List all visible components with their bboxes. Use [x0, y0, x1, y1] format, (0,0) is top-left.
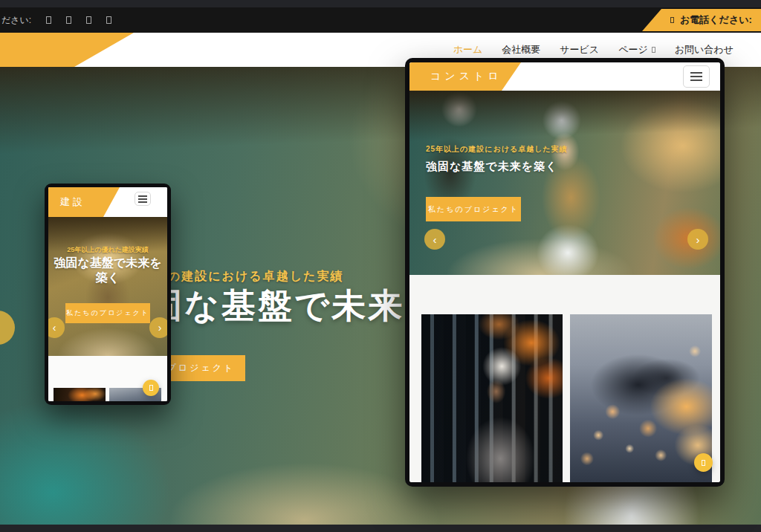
grinder-sparks-photo[interactable]: [570, 314, 712, 482]
tablet-logo[interactable]: コンストロ: [409, 62, 521, 91]
phone-scroll-top-button[interactable]: [143, 380, 159, 396]
hamburger-icon: [138, 195, 147, 203]
topbar-follow-text: ださい:: [1, 14, 31, 27]
hamburger-icon: [690, 72, 702, 81]
phone-content-section: [48, 356, 167, 401]
phone-header: 建設: [48, 187, 167, 217]
phone-icon: [670, 17, 674, 23]
tablet-carousel-next-button[interactable]: ›: [687, 229, 708, 250]
tablet-hero: 25年以上の建設における卓越した実績 強固な基盤で未来を築く 私たちのプロジェク…: [409, 91, 720, 275]
nav-item-services-label: サービス: [560, 43, 599, 56]
desktop-carousel-prev-button[interactable]: ‹: [0, 311, 15, 345]
worker-portrait-photo[interactable]: [421, 314, 563, 482]
desktop-topbar: ださい: お電話ください:: [0, 7, 761, 33]
phone-screen: 建設 25年以上の優れた建設実績 強固な基盤で未来を 築く 私たちのプロジェクト…: [48, 187, 167, 401]
social-icon-1[interactable]: [46, 16, 51, 24]
chevron-down-icon: [652, 47, 655, 53]
phone-gallery-photo-1[interactable]: [54, 388, 106, 401]
arrow-up-icon: [702, 460, 705, 466]
nav-item-about[interactable]: 会社概要: [502, 43, 540, 56]
tablet-content-section: [409, 275, 720, 482]
screenshot-canvas: ださい: お電話ください: コンストロ ホーム 会社概要: [0, 0, 761, 532]
social-icon-3[interactable]: [86, 16, 91, 24]
social-icon-4[interactable]: [106, 16, 111, 24]
phone-logo[interactable]: 建設: [48, 187, 120, 217]
nav-item-contact[interactable]: お問い合わせ: [675, 43, 734, 56]
tablet-carousel-prev-button[interactable]: ‹: [424, 229, 445, 250]
phone-cta-label: お電話ください:: [680, 13, 752, 27]
phone-hero-title-line2: 築く: [96, 271, 120, 284]
tablet-scroll-top-button[interactable]: [694, 453, 713, 472]
phone-hero-title: 強固な基盤で未来を 築く: [48, 256, 167, 285]
phone-hero-title-line1: 強固な基盤で未来を: [54, 256, 161, 269]
tablet-mockup: コンストロ 25年以上の建設における卓越した実績 強固な基盤で未来を築く 私たち…: [405, 58, 725, 487]
tablet-header: コンストロ: [409, 62, 720, 91]
phone-logo-text: 建設: [60, 195, 85, 209]
desktop-logo[interactable]: コンストロ: [0, 33, 134, 67]
nav-item-home-label: ホーム: [453, 43, 483, 56]
phone-cta-banner[interactable]: お電話ください:: [642, 9, 761, 31]
tablet-hamburger-button[interactable]: [683, 65, 710, 88]
phone-hamburger-button[interactable]: [135, 192, 151, 206]
nav-item-home[interactable]: ホーム: [453, 43, 483, 56]
phone-mockup: 建設 25年以上の優れた建設実績 強固な基盤で未来を 築く 私たちのプロジェクト…: [45, 184, 171, 405]
phone-carousel-prev-button[interactable]: ‹: [48, 317, 65, 338]
tablet-hero-subtitle: 25年以上の建設における卓越した実績: [426, 144, 568, 155]
nav-item-services[interactable]: サービス: [560, 43, 599, 56]
tablet-logo-text: コンストロ: [430, 70, 502, 83]
nav-item-about-label: 会社概要: [502, 43, 540, 56]
tablet-screen: コンストロ 25年以上の建設における卓越した実績 強固な基盤で未来を築く 私たち…: [409, 62, 720, 482]
desktop-logo-text: コンストロ: [0, 43, 5, 56]
social-icon-2[interactable]: [66, 16, 71, 24]
tablet-hero-title: 強固な基盤で未来を築く: [426, 160, 557, 174]
tablet-projects-button[interactable]: 私たちのプロジェクト: [426, 197, 521, 221]
topbar-follow-area: ださい:: [1, 7, 111, 33]
arrow-up-icon: [149, 385, 153, 391]
nav-item-pages[interactable]: ページ: [618, 43, 655, 56]
nav-item-contact-label: お問い合わせ: [675, 43, 734, 56]
phone-projects-button[interactable]: 私たちのプロジェクト: [65, 303, 150, 323]
phone-hero-subtitle: 25年以上の優れた建設実績: [48, 245, 167, 255]
phone-carousel-next-button[interactable]: ›: [149, 317, 167, 338]
phone-hero: 25年以上の優れた建設実績 強固な基盤で未来を 築く 私たちのプロジェクト ‹ …: [48, 217, 167, 356]
nav-item-pages-label: ページ: [618, 43, 648, 56]
